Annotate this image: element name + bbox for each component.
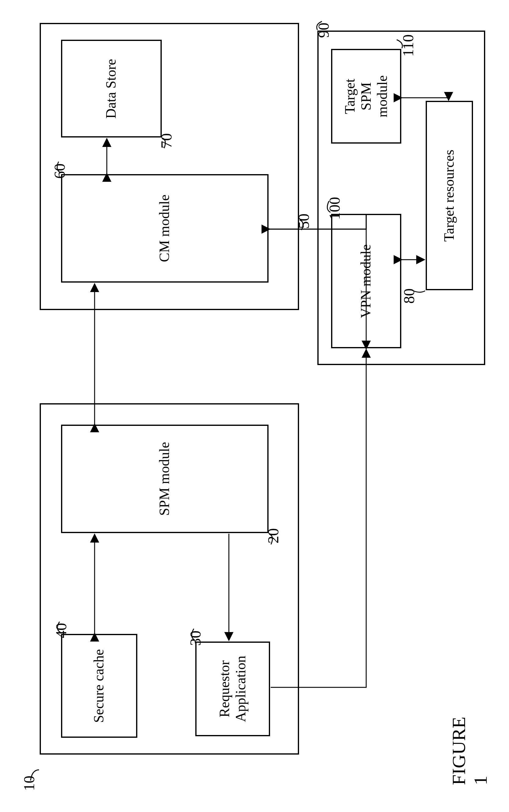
cm-module-text: CM module	[157, 195, 173, 262]
vpn-module-text: VPN module	[358, 244, 374, 318]
data-store-box: Data Store	[61, 40, 162, 137]
spm-module-text: SPM module	[157, 442, 173, 516]
cm-module-box: CM module	[61, 174, 269, 283]
ref-20: 20	[264, 528, 282, 543]
ref-50: 50	[295, 214, 312, 229]
figure-label: FIGURE 1	[448, 706, 491, 785]
ref-80: 80	[400, 288, 418, 304]
ref-110: 110	[399, 34, 417, 57]
ref-90: 90	[315, 23, 332, 38]
secure-cache-text: Secure cache	[91, 649, 107, 722]
ref-10: 10	[20, 776, 38, 791]
vpn-module-box: VPN module	[331, 214, 401, 348]
requestor-app-text: Requestor Application	[217, 656, 249, 722]
target-resources-text: Target resources	[441, 149, 457, 241]
ref-70: 70	[158, 133, 175, 149]
target-spm-box: Target SPM module	[331, 49, 401, 144]
secure-cache-box: Secure cache	[61, 634, 137, 738]
ref-60: 60	[50, 163, 68, 179]
spm-module-box: SPM module	[61, 425, 269, 533]
target-resources-box: Target resources	[426, 101, 473, 290]
target-spm-text: Target SPM module	[342, 75, 391, 117]
ref-30: 30	[186, 630, 204, 646]
requestor-app-box: Requestor Application	[195, 642, 270, 736]
data-store-text: Data Store	[103, 59, 120, 118]
ref-100: 100	[326, 197, 343, 220]
ref-40: 40	[52, 623, 70, 638]
